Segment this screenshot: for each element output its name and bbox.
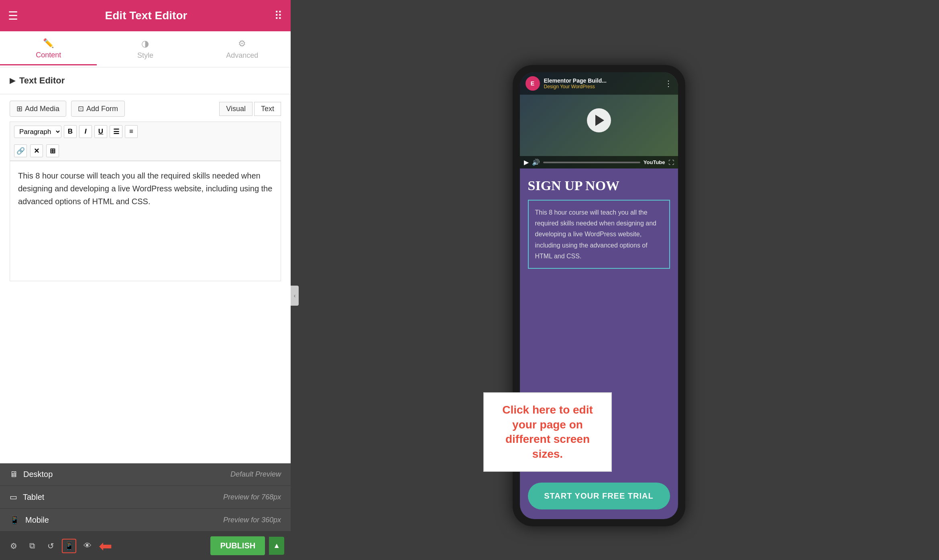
device-list: 🖥 Desktop Default Preview ▭ Tablet Previ…: [0, 463, 291, 532]
tablet-icon: ▭: [10, 492, 17, 502]
desktop-icon: 🖥: [10, 470, 18, 479]
volume-icon[interactable]: 🔊: [532, 158, 540, 166]
add-form-icon: ⊡: [78, 104, 84, 113]
play-button[interactable]: [587, 108, 611, 132]
underline-button[interactable]: U: [94, 125, 107, 138]
tab-advanced[interactable]: ⚙ Advanced: [194, 34, 291, 65]
tablet-item[interactable]: ▭ Tablet Preview for 768px: [0, 486, 291, 509]
signup-title: SIGN UP NOW: [528, 178, 670, 193]
elementor-logo-icon: E: [526, 76, 540, 91]
video-title-bar: E Elementor Page Build... Design Your Wo…: [520, 72, 678, 95]
arrow-icon: ▶: [10, 76, 15, 85]
list-ol-button[interactable]: ≡: [125, 125, 138, 138]
eye-icon-btn[interactable]: 👁: [80, 539, 95, 553]
play-triangle-icon: [595, 115, 604, 126]
mobile-icon: 📱: [10, 515, 20, 525]
unlink-button[interactable]: ✕: [30, 144, 43, 157]
text-editor-section: ▶ Text Editor: [0, 67, 291, 94]
pencil-icon: ✏️: [43, 38, 54, 49]
add-form-button[interactable]: ⊡ Add Form: [71, 101, 125, 117]
left-panel: ✏️ Content ◑ Style ⚙ Advanced ▶ Text Edi…: [0, 31, 291, 560]
hamburger-icon[interactable]: ☰: [8, 9, 18, 22]
style-icon: ◑: [141, 39, 149, 49]
italic-button[interactable]: I: [79, 125, 92, 138]
add-media-icon: ⊞: [16, 104, 22, 113]
tab-content[interactable]: ✏️ Content: [0, 33, 97, 65]
gear-icon: ⚙: [238, 39, 246, 49]
editor-content[interactable]: This 8 hour course will teach you all th…: [10, 161, 281, 281]
tooltip-box: Click here to edit your page on differen…: [483, 392, 612, 472]
main-layout: ✏️ Content ◑ Style ⚙ Advanced ▶ Text Edi…: [0, 31, 939, 560]
desktop-item[interactable]: 🖥 Desktop Default Preview: [0, 463, 291, 486]
visual-button[interactable]: Visual: [219, 102, 253, 116]
play-control-icon[interactable]: ▶: [524, 158, 529, 166]
youtube-logo: YouTube: [644, 159, 665, 165]
editor-top-buttons: ⊞ Add Media ⊡ Add Form Visual Text: [10, 101, 281, 117]
tab-style[interactable]: ◑ Style: [97, 34, 194, 65]
right-preview: Click here to edit your page on differen…: [291, 31, 939, 560]
add-media-button[interactable]: ⊞ Add Media: [10, 101, 66, 117]
mobile-item[interactable]: 📱 Mobile Preview for 360px: [0, 509, 291, 532]
bold-button[interactable]: B: [64, 125, 77, 138]
tooltip-text: Click here to edit your page on differen…: [502, 404, 593, 460]
video-background: E Elementor Page Build... Design Your Wo…: [520, 72, 678, 168]
publish-button[interactable]: PUBLISH: [210, 536, 265, 555]
link-button[interactable]: 🔗: [14, 144, 27, 157]
collapse-handle[interactable]: ‹: [291, 286, 299, 306]
list-ul-button[interactable]: ☰: [110, 125, 122, 138]
signup-text-box: This 8 hour course will teach you all th…: [528, 200, 670, 269]
publish-dropdown-button[interactable]: ▲: [269, 537, 284, 555]
section-title: ▶ Text Editor: [10, 75, 281, 86]
signup-body-text: This 8 hour course will teach you all th…: [535, 207, 663, 262]
layers-icon-btn[interactable]: ⧉: [25, 539, 39, 553]
tabs-container: ✏️ Content ◑ Style ⚙ Advanced: [0, 31, 291, 67]
arrow-indicator: ⬅: [99, 537, 112, 555]
video-more-icon[interactable]: ⋮: [664, 79, 672, 88]
video-title-text: Elementor Page Build... Design Your Word…: [544, 77, 660, 89]
table-button[interactable]: ⊞: [46, 144, 59, 157]
progress-bar[interactable]: [543, 162, 640, 163]
settings-icon-btn[interactable]: ⚙: [6, 539, 21, 553]
format-toolbar2: 🔗 ✕ ⊞: [10, 141, 281, 161]
video-container: E Elementor Page Build... Design Your Wo…: [520, 72, 678, 168]
grid-icon[interactable]: ⠿: [274, 9, 283, 22]
mobile-device-btn[interactable]: 📱: [62, 539, 76, 553]
format-toolbar: Paragraph B I U ☰ ≡: [10, 122, 281, 141]
bottom-bar: 🖥 Desktop Default Preview ▭ Tablet Previ…: [0, 463, 291, 560]
visual-text-toggle: Visual Text: [219, 102, 281, 116]
paragraph-select[interactable]: Paragraph: [14, 126, 61, 138]
page-title: Edit Text Editor: [105, 9, 187, 22]
history-icon-btn[interactable]: ↺: [43, 539, 58, 553]
fullscreen-icon[interactable]: ⛶: [668, 159, 674, 166]
cta-button[interactable]: START YOUR FREE TRIAL: [528, 483, 670, 509]
text-button[interactable]: Text: [254, 102, 281, 116]
top-bar: ☰ Edit Text Editor ⠿: [0, 0, 291, 31]
video-controls: ▶ 🔊 YouTube ⛶: [520, 156, 678, 168]
bottom-actions: ⚙ ⧉ ↺ 📱 👁 ⬅ PUBLISH ▲: [0, 532, 291, 560]
